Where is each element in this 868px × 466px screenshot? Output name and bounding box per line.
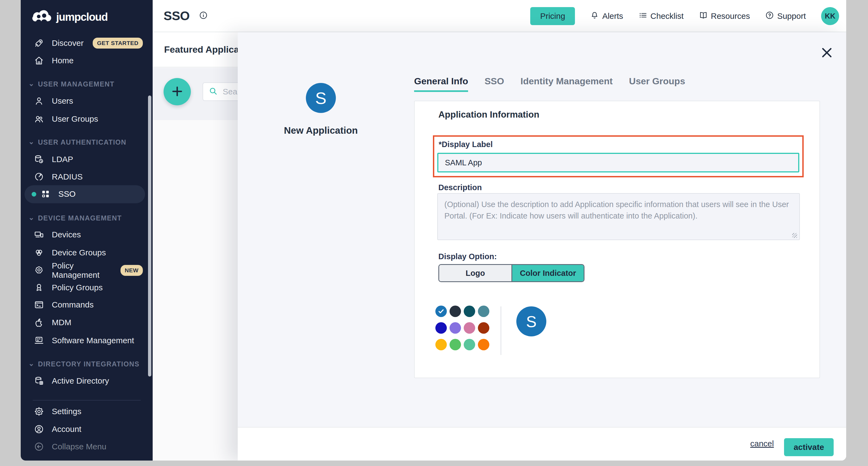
alerts-button[interactable]: Alerts bbox=[590, 11, 623, 22]
laptop-apps-icon bbox=[34, 335, 44, 346]
checklist-label: Checklist bbox=[650, 11, 684, 21]
sidebar-item-collapse-menu[interactable]: Collapse Menu bbox=[21, 438, 153, 455]
sidebar-item-user-groups[interactable]: User Groups bbox=[21, 110, 153, 128]
sidebar-item-ldap[interactable]: LDAP bbox=[21, 151, 153, 168]
sidebar-item-home[interactable]: Home bbox=[21, 52, 153, 69]
cloud-logo-icon bbox=[32, 10, 52, 24]
checklist-button[interactable]: Checklist bbox=[639, 11, 684, 22]
application-identity: S New Application bbox=[261, 83, 381, 136]
sidebar-item-policy-groups[interactable]: Policy Groups bbox=[21, 279, 153, 296]
sidebar-item-label: Users bbox=[52, 96, 73, 106]
color-swatch[interactable] bbox=[450, 305, 461, 317]
jumpcloud-logo[interactable]: jumpcloud bbox=[32, 10, 108, 24]
sidebar-item-radius[interactable]: RADIUS bbox=[21, 168, 153, 185]
book-icon bbox=[699, 11, 708, 22]
display-label-label: *Display Label bbox=[439, 140, 493, 149]
logo-text: jumpcloud bbox=[56, 11, 108, 23]
display-option-label: Display Option: bbox=[438, 252, 497, 261]
sidebar-item-policy-management[interactable]: Policy Management NEW bbox=[21, 262, 153, 279]
color-swatch[interactable] bbox=[478, 322, 489, 334]
logo-option[interactable]: Logo bbox=[439, 265, 512, 281]
color-swatch[interactable] bbox=[464, 322, 475, 334]
add-application-button[interactable] bbox=[163, 78, 191, 105]
color-swatch[interactable] bbox=[435, 305, 447, 317]
resources-label: Resources bbox=[711, 11, 750, 21]
new-badge: NEW bbox=[121, 265, 143, 276]
bell-icon bbox=[590, 11, 599, 22]
color-swatch[interactable] bbox=[450, 322, 461, 334]
terminal-icon bbox=[34, 299, 44, 310]
venn-icon bbox=[34, 247, 44, 258]
info-icon[interactable] bbox=[199, 11, 208, 21]
sidebar-item-users[interactable]: Users bbox=[21, 92, 153, 110]
cancel-button[interactable]: cancel bbox=[750, 439, 774, 448]
color-indicator-option[interactable]: Color Indicator bbox=[512, 265, 584, 281]
get-started-badge: GET STARTED bbox=[93, 38, 143, 49]
database-windows-icon bbox=[34, 376, 44, 386]
close-icon[interactable] bbox=[820, 46, 834, 59]
sidebar-section-user-authentication[interactable]: ⌄ USER AUTHENTICATION bbox=[21, 135, 153, 149]
tab-identity-management[interactable]: Identity Management bbox=[520, 76, 613, 92]
sidebar-item-device-groups[interactable]: Device Groups bbox=[21, 244, 153, 261]
sidebar-scrollbar[interactable] bbox=[148, 95, 151, 377]
support-label: Support bbox=[777, 11, 806, 21]
sidebar-item-devices[interactable]: Devices bbox=[21, 226, 153, 243]
user-icon bbox=[34, 96, 44, 106]
pricing-button[interactable]: Pricing bbox=[530, 7, 575, 25]
sidebar-item-label: Devices bbox=[52, 230, 81, 239]
plus-icon bbox=[171, 85, 183, 98]
tab-general-info[interactable]: General Info bbox=[414, 76, 468, 92]
sidebar-item-label: Home bbox=[52, 56, 73, 65]
sidebar-item-software-management[interactable]: Software Management bbox=[21, 332, 153, 349]
activate-button[interactable]: activate bbox=[784, 438, 834, 456]
sidebar-section-user-management[interactable]: ⌄ USER MANAGEMENT bbox=[21, 77, 153, 91]
app-window: SSO Pricing Alerts Checklist Resources bbox=[21, 0, 846, 461]
description-textarea[interactable] bbox=[437, 193, 800, 240]
sidebar-item-discover[interactable]: Discover GET STARTED bbox=[21, 34, 153, 52]
sidebar-item-sso[interactable]: SSO bbox=[25, 185, 156, 203]
sidebar-item-settings[interactable]: Settings bbox=[21, 403, 153, 420]
top-bar: SSO Pricing Alerts Checklist Resources bbox=[153, 0, 846, 32]
page-title: SSO bbox=[163, 8, 190, 23]
card-heading: Application Information bbox=[438, 109, 539, 120]
panel-footer: cancel activate bbox=[238, 427, 846, 461]
sidebar-item-active-directory[interactable]: Active Directory bbox=[21, 372, 153, 389]
database-clock-icon bbox=[34, 154, 44, 165]
tab-user-groups[interactable]: User Groups bbox=[629, 76, 685, 92]
description-label: Description bbox=[438, 183, 482, 192]
check-icon bbox=[438, 308, 445, 315]
color-swatch[interactable] bbox=[478, 305, 489, 317]
page-background: { "colors": { "accent_teal": "#3cc8b8", … bbox=[0, 0, 868, 466]
help-icon bbox=[765, 11, 774, 22]
support-button[interactable]: Support bbox=[765, 11, 806, 22]
resources-button[interactable]: Resources bbox=[699, 11, 750, 22]
section-label: DIRECTORY INTEGRATIONS bbox=[38, 360, 139, 368]
color-swatch[interactable] bbox=[464, 305, 475, 317]
sidebar-item-account[interactable]: Account bbox=[21, 420, 153, 438]
sidebar-item-label: Device Groups bbox=[52, 248, 106, 257]
sidebar-item-label: Account bbox=[52, 425, 81, 434]
color-swatch[interactable] bbox=[464, 339, 475, 350]
sidebar-item-commands[interactable]: Commands bbox=[21, 296, 153, 314]
color-swatch[interactable] bbox=[450, 339, 461, 350]
home-icon bbox=[34, 55, 44, 66]
tab-sso[interactable]: SSO bbox=[485, 76, 504, 92]
sidebar-item-label: Policy Management bbox=[52, 261, 113, 280]
color-swatch[interactable] bbox=[435, 322, 447, 334]
sidebar-item-mdm[interactable]: MDM bbox=[21, 314, 153, 331]
color-swatch[interactable] bbox=[478, 339, 489, 350]
chevron-down-icon: ⌄ bbox=[28, 213, 35, 222]
sidebar-section-device-management[interactable]: ⌄ DEVICE MANAGEMENT bbox=[21, 211, 153, 225]
color-palette bbox=[435, 305, 489, 350]
display-label-input[interactable] bbox=[437, 153, 799, 172]
sidebar-section-directory-integrations[interactable]: ⌄ DIRECTORY INTEGRATIONS bbox=[21, 357, 153, 371]
sidebar-active-item-sso[interactable]: SSO bbox=[25, 185, 145, 203]
gear-icon bbox=[34, 406, 44, 417]
color-swatch[interactable] bbox=[435, 339, 447, 350]
user-avatar[interactable]: KK bbox=[821, 7, 839, 25]
application-initial-circle: S bbox=[306, 83, 336, 113]
sidebar-item-label: Policy Groups bbox=[52, 283, 103, 292]
devices-icon bbox=[34, 229, 44, 240]
panel-tabs: General Info SSO Identity Management Use… bbox=[414, 76, 685, 92]
sidebar-item-label: RADIUS bbox=[52, 172, 83, 181]
